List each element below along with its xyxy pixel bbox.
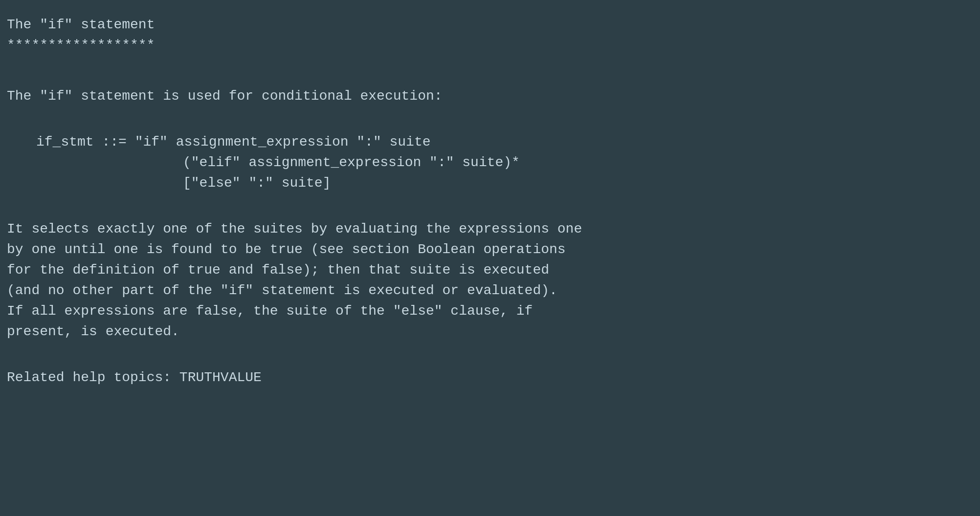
desc-line-5: If all expressions are false, the suite …	[7, 301, 973, 322]
desc-line-6: present, is executed.	[7, 322, 973, 342]
spacer-3	[7, 198, 973, 219]
grammar-line-2: ("elif" assignment_expression ":" suite)…	[36, 152, 973, 173]
related-topics: Related help topics: TRUTHVALUE	[7, 367, 973, 388]
related-text: Related help topics: TRUTHVALUE	[7, 370, 262, 385]
desc-line-2: by one until one is found to be true (se…	[7, 239, 973, 260]
intro-text: The "if" statement is used for condition…	[7, 88, 443, 104]
separator: ******************	[7, 35, 973, 56]
grammar-block: if_stmt ::= "if" assignment_expression "…	[7, 132, 973, 194]
grammar-line-3: ["else" ":" suite]	[36, 173, 973, 194]
desc-line-1: It selects exactly one of the suites by …	[7, 219, 973, 239]
desc-line-3: for the definition of true and false); t…	[7, 260, 973, 280]
spacer-2	[7, 107, 973, 127]
grammar-line-1: if_stmt ::= "if" assignment_expression "…	[36, 132, 973, 152]
description-section: It selects exactly one of the suites by …	[7, 219, 973, 342]
intro-section: The "if" statement is used for condition…	[7, 86, 973, 107]
main-content: The "if" statement ****************** Th…	[5, 10, 975, 393]
desc-line-4: (and no other part of the "if" statement…	[7, 280, 973, 301]
separator-text: ******************	[7, 38, 155, 53]
title-text: The "if" statement	[7, 17, 155, 32]
page-title: The "if" statement	[7, 15, 973, 35]
spacer-1	[7, 65, 973, 86]
spacer-4	[7, 342, 973, 363]
